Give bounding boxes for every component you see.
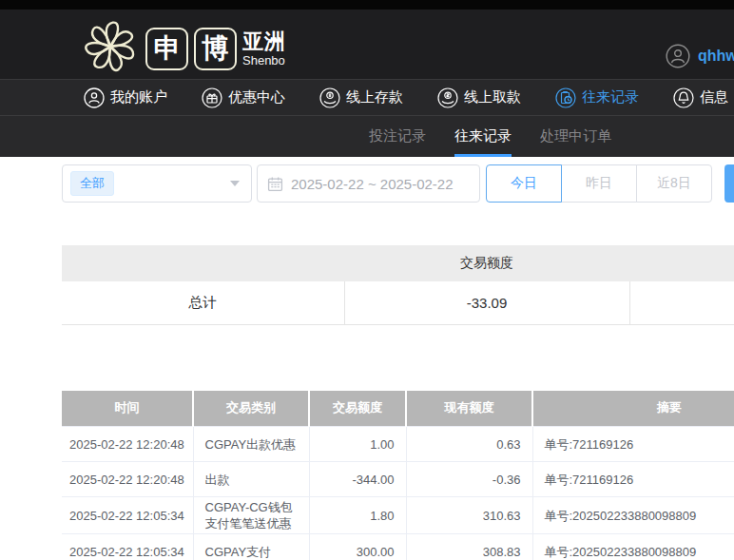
- search-button[interactable]: 搜索: [724, 164, 734, 203]
- summary-total-row: 总计 -33.09: [62, 281, 734, 324]
- summary-total-label: 总计: [62, 281, 344, 324]
- cell-summary: 单号:721169126: [532, 427, 734, 462]
- username-text[interactable]: qhhw: [698, 48, 734, 65]
- person-icon: [84, 87, 105, 108]
- chevron-down-icon: [230, 181, 240, 186]
- nav-item-withdraw[interactable]: 线上取款: [437, 87, 521, 108]
- cell-time: 2025-02-22 12:20:48: [62, 462, 193, 497]
- site-header: 申 博 亚洲 Shenbo qhhw: [0, 10, 734, 79]
- calendar-icon: [267, 176, 283, 192]
- nav-item-promotions[interactable]: 优惠中心: [202, 87, 285, 108]
- site-logo[interactable]: 申 博 亚洲 Shenbo: [81, 17, 286, 80]
- bell-icon: [673, 87, 694, 108]
- transactions-table: 时间 交易类别 交易额度 现有额度 摘要 2025-02-22 12:20:48…: [62, 391, 734, 560]
- nav-item-label: 线上存款: [346, 88, 403, 106]
- type-select[interactable]: 全部: [62, 164, 252, 203]
- table-row: 2025-02-22 12:05:34 CGPAY-CG钱包支付笔笔送优惠 1.…: [62, 497, 734, 534]
- col-header-time: 时间: [62, 391, 193, 427]
- logo-char-bo: 博: [194, 28, 237, 70]
- nav-item-transaction-records[interactable]: 往来记录: [555, 87, 639, 108]
- cell-time: 2025-02-22 12:20:48: [62, 427, 193, 462]
- cell-time: 2025-02-22 12:05:34: [62, 497, 193, 534]
- table-row: 2025-02-22 12:20:48 出款 -344.00 -0.36 单号:…: [62, 462, 734, 497]
- cell-summary: 单号:721169126: [532, 462, 734, 497]
- cell-time: 2025-02-22 12:05:34: [62, 534, 193, 560]
- content-area: 全部 2025-02-22 ~ 2025-02-22 今日 昨日 近8日 搜索 …: [62, 164, 734, 560]
- table-row: 2025-02-22 12:05:34 CGPAY支付 300.00 308.8…: [62, 534, 734, 560]
- summary-header-row: 交易额度: [62, 245, 734, 281]
- summary-table: 交易额度 总计 -33.09: [62, 245, 734, 325]
- col-header-summary: 摘要: [532, 391, 734, 427]
- filter-row: 全部 2025-02-22 ~ 2025-02-22 今日 昨日 近8日 搜索: [62, 164, 734, 203]
- logo-region-text: 亚洲: [242, 30, 286, 53]
- top-strip: [0, 0, 734, 10]
- cell-amount: 300.00: [309, 534, 406, 560]
- nav-item-label: 线上取款: [464, 88, 521, 106]
- main-navigation: 我的账户 优惠中心 线上存款 线上取款 往来记录: [0, 79, 734, 115]
- summary-total-value: -33.09: [344, 281, 629, 324]
- cell-balance: 310.63: [406, 497, 532, 534]
- col-header-amount: 交易额度: [309, 391, 406, 427]
- date-range-input[interactable]: 2025-02-22 ~ 2025-02-22: [257, 164, 480, 203]
- last-8-days-button[interactable]: 近8日: [636, 164, 712, 203]
- nav-item-deposit[interactable]: 线上存款: [319, 87, 403, 108]
- date-range-value: 2025-02-22 ~ 2025-02-22: [291, 176, 454, 192]
- today-button[interactable]: 今日: [486, 164, 562, 203]
- user-avatar-icon: [666, 44, 690, 68]
- transactions-header-row: 时间 交易类别 交易额度 现有额度 摘要: [62, 391, 734, 427]
- nav-item-label: 往来记录: [582, 88, 639, 106]
- nav-item-label: 我的账户: [110, 88, 167, 106]
- cell-amount: 1.00: [309, 427, 406, 462]
- gift-icon: [202, 87, 222, 108]
- cell-balance: -0.36: [406, 462, 532, 497]
- col-header-balance: 现有额度: [406, 391, 532, 427]
- summary-header-amount: 交易额度: [344, 245, 629, 281]
- type-select-value-tag[interactable]: 全部: [70, 171, 114, 196]
- withdraw-coin-icon: [437, 87, 458, 108]
- cell-amount: -344.00: [309, 462, 406, 497]
- table-row: 2025-02-22 12:20:48 CGPAY出款优惠 1.00 0.63 …: [62, 427, 734, 462]
- cell-type: 出款: [193, 462, 309, 497]
- tab-processing-orders[interactable]: 处理中订单: [540, 116, 611, 157]
- user-account[interactable]: qhhw: [666, 44, 734, 68]
- summary-empty-cell: [629, 281, 734, 324]
- tab-transaction-records[interactable]: 往来记录: [454, 116, 512, 157]
- col-header-type: 交易类别: [193, 391, 309, 427]
- cell-summary: 单号:202502233880098809: [532, 497, 734, 534]
- records-clipboard-icon: [555, 87, 576, 108]
- nav-item-label: 优惠中心: [228, 88, 285, 106]
- summary-header-empty: [62, 245, 344, 281]
- cell-type: CGPAY-CG钱包支付笔笔送优惠: [193, 497, 309, 534]
- nav-item-messages[interactable]: 信息: [673, 87, 728, 108]
- deposit-coin-icon: [319, 87, 340, 108]
- cell-type: CGPAY出款优惠: [193, 427, 309, 462]
- nav-item-label: 信息: [700, 88, 728, 106]
- cell-balance: 308.83: [406, 534, 532, 560]
- quick-date-button-group: 今日 昨日 近8日: [486, 164, 712, 203]
- nav-item-my-account[interactable]: 我的账户: [84, 87, 167, 108]
- summary-header-empty: [629, 245, 734, 281]
- cell-balance: 0.63: [406, 427, 532, 462]
- cell-amount: 1.80: [309, 497, 406, 534]
- tab-betting-records[interactable]: 投注记录: [369, 116, 426, 157]
- records-subnav: 投注记录 往来记录 处理中订单: [0, 115, 734, 157]
- flower-logo-icon: [81, 17, 140, 80]
- cell-summary: 单号:202502233880098809: [532, 534, 734, 560]
- logo-char-shen: 申: [145, 28, 188, 70]
- yesterday-button[interactable]: 昨日: [561, 164, 637, 203]
- transactions-body: 2025-02-22 12:20:48 CGPAY出款优惠 1.00 0.63 …: [62, 427, 734, 560]
- cell-type: CGPAY支付: [193, 534, 309, 560]
- logo-latin-text: Shenbo: [242, 53, 286, 68]
